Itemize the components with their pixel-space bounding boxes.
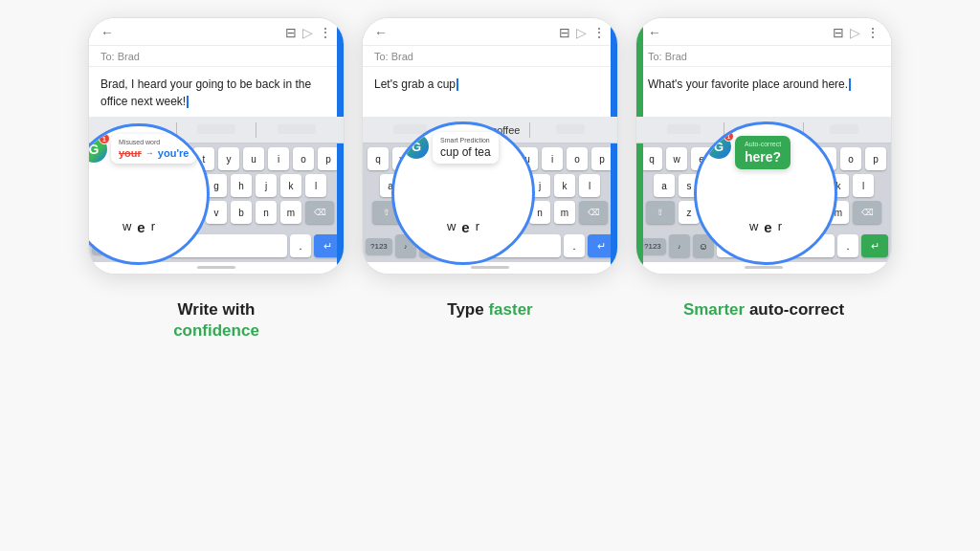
p2-key-g[interactable]: g — [479, 174, 501, 197]
p3-key-123[interactable]: ?123 — [639, 238, 666, 254]
p2-key-y[interactable]: y — [492, 147, 513, 170]
key-i[interactable]: i — [268, 147, 289, 170]
key-j[interactable]: j — [256, 174, 277, 197]
p2-key-d[interactable]: d — [430, 174, 451, 197]
p2-key-b[interactable]: b — [504, 201, 525, 224]
p2-key-spacebar[interactable] — [443, 234, 561, 257]
key-l[interactable]: l — [305, 174, 326, 197]
p3-key-period[interactable]: . — [837, 234, 858, 257]
p2-key-period[interactable]: . — [564, 234, 585, 257]
p2-key-q[interactable]: q — [368, 147, 389, 170]
p2-key-w[interactable]: w — [392, 147, 413, 170]
key-emoji[interactable]: ☺ — [145, 234, 167, 257]
p3-key-w[interactable]: w — [666, 147, 687, 170]
p3-key-k[interactable]: k — [828, 174, 849, 197]
p2-key-mic[interactable]: ♪ — [395, 234, 416, 257]
p2-key-shift[interactable]: ⇧ — [372, 201, 401, 224]
p3-key-l[interactable]: l — [853, 174, 874, 197]
p2-key-c[interactable]: c — [455, 201, 476, 224]
key-z[interactable]: z — [131, 201, 152, 224]
p3-key-d[interactable]: d — [703, 174, 724, 197]
p3-key-j[interactable]: j — [803, 174, 824, 197]
p2-key-emoji[interactable]: ☺ — [419, 234, 440, 257]
p2-key-v[interactable]: v — [479, 201, 501, 224]
p3-key-z[interactable]: z — [679, 201, 700, 224]
key-q[interactable]: q — [94, 147, 115, 170]
key-o[interactable]: o — [293, 147, 314, 170]
key-s[interactable]: s — [131, 174, 152, 197]
p3-key-h[interactable]: h — [778, 174, 799, 197]
key-p[interactable]: p — [318, 147, 339, 170]
p2-key-j[interactable]: j — [529, 174, 550, 197]
p2-key-f[interactable]: f — [455, 174, 476, 197]
p2-key-p[interactable]: p — [591, 147, 612, 170]
key-u[interactable]: u — [243, 147, 264, 170]
p3-key-b[interactable]: b — [778, 201, 799, 224]
back-arrow-icon-2[interactable]: ← — [374, 25, 388, 40]
p3-key-enter[interactable]: ↵ — [861, 234, 888, 257]
key-mic[interactable]: ♪ — [122, 234, 143, 257]
more-icon[interactable]: ⋮ — [319, 25, 332, 40]
back-arrow-icon-3[interactable]: ← — [648, 25, 661, 40]
key-123[interactable]: ?123 — [92, 238, 119, 254]
p2-key-i[interactable]: i — [542, 147, 563, 170]
p2-key-k[interactable]: k — [554, 174, 575, 197]
p3-key-g[interactable]: g — [753, 174, 774, 197]
p3-key-e[interactable]: e — [691, 147, 712, 170]
send-icon-2[interactable]: ▷ — [576, 25, 587, 40]
p3-key-o[interactable]: o — [840, 147, 861, 170]
suggestion-p2-2[interactable]: cup of coffee — [451, 122, 530, 138]
p3-key-m[interactable]: m — [828, 201, 849, 224]
p3-key-r[interactable]: r — [716, 147, 737, 170]
p3-key-i[interactable]: i — [815, 147, 836, 170]
p2-key-backspace[interactable]: ⌫ — [579, 201, 608, 224]
p3-key-s[interactable]: s — [679, 174, 700, 197]
p3-key-n[interactable]: n — [803, 201, 824, 224]
p2-key-r[interactable]: r — [442, 147, 463, 170]
p3-key-c[interactable]: c — [728, 201, 749, 224]
p3-key-p[interactable]: p — [865, 147, 886, 170]
p3-key-a[interactable]: a — [654, 174, 675, 197]
key-n[interactable]: n — [256, 201, 277, 224]
key-k[interactable]: k — [280, 174, 301, 197]
key-h[interactable]: h — [231, 174, 252, 197]
p2-key-h[interactable]: h — [504, 174, 525, 197]
p3-key-backspace[interactable]: ⌫ — [853, 201, 881, 224]
send-icon[interactable]: ▷ — [302, 25, 313, 40]
key-g[interactable]: g — [206, 174, 227, 197]
key-b[interactable]: b — [231, 201, 252, 224]
p2-key-123[interactable]: ?123 — [366, 238, 392, 254]
key-x[interactable]: x — [156, 201, 177, 224]
key-spacebar[interactable] — [169, 234, 287, 257]
key-r[interactable]: r — [168, 147, 189, 170]
p2-key-o[interactable]: o — [567, 147, 588, 170]
key-f[interactable]: f — [181, 174, 202, 197]
p3-key-q[interactable]: q — [641, 147, 662, 170]
key-backspace[interactable]: ⌫ — [305, 201, 334, 224]
key-c[interactable]: c — [181, 201, 202, 224]
key-m[interactable]: m — [280, 201, 301, 224]
p2-key-n[interactable]: n — [529, 201, 550, 224]
key-v[interactable]: v — [206, 201, 227, 224]
more-icon-2[interactable]: ⋮ — [592, 25, 606, 40]
p2-key-z[interactable]: z — [405, 201, 426, 224]
p2-key-l[interactable]: l — [579, 174, 600, 197]
key-d[interactable]: d — [156, 174, 177, 197]
suggestion-1[interactable]: The — [97, 121, 176, 139]
p3-key-t[interactable]: t — [741, 147, 762, 170]
p3-key-mic[interactable]: ♪ — [669, 234, 690, 257]
p3-key-x[interactable]: x — [703, 201, 724, 224]
p3-key-f[interactable]: f — [728, 174, 749, 197]
back-arrow-icon[interactable]: ← — [100, 25, 114, 40]
key-w[interactable]: w — [119, 147, 140, 170]
p3-key-y[interactable]: y — [766, 147, 787, 170]
key-y[interactable]: y — [218, 147, 239, 170]
send-icon-3[interactable]: ▷ — [850, 25, 860, 40]
p2-key-u[interactable]: u — [517, 147, 538, 170]
p3-key-u[interactable]: u — [791, 147, 812, 170]
p2-key-a[interactable]: a — [380, 174, 401, 197]
p2-key-s[interactable]: s — [405, 174, 426, 197]
p2-key-m[interactable]: m — [554, 201, 575, 224]
p3-key-spacebar[interactable] — [717, 234, 835, 257]
p2-key-e[interactable]: e — [417, 147, 438, 170]
